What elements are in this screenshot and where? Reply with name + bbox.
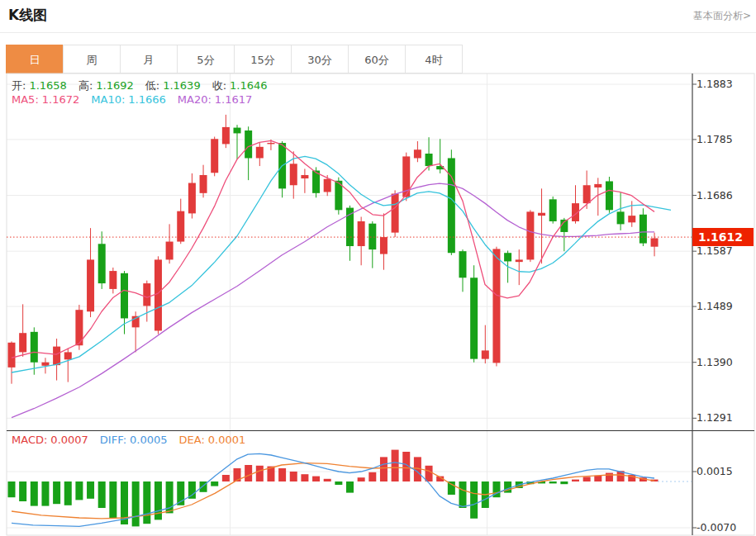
axis-tick-label: 1.1390 bbox=[697, 356, 733, 368]
macd-bar bbox=[459, 481, 467, 508]
candle-body bbox=[448, 158, 455, 253]
candle-body bbox=[64, 352, 72, 359]
macd-bar bbox=[549, 481, 557, 483]
candle-body bbox=[651, 238, 659, 246]
macd-bar bbox=[426, 466, 433, 481]
macd-bar bbox=[290, 472, 297, 481]
legend-label: MA20: bbox=[178, 93, 212, 106]
macd-bar bbox=[368, 472, 376, 481]
candle-body bbox=[358, 221, 365, 246]
candle-body bbox=[594, 184, 601, 187]
candle-body bbox=[392, 194, 399, 233]
candle-body bbox=[245, 130, 252, 158]
axis-tick-label: 1.1686 bbox=[697, 189, 733, 202]
legend-label: 开: bbox=[12, 79, 26, 92]
macd-bar bbox=[211, 481, 218, 486]
candle-body bbox=[640, 215, 647, 244]
macd-bar bbox=[132, 481, 140, 526]
candle-body bbox=[98, 244, 106, 283]
candle-body bbox=[492, 249, 500, 363]
macd-bar bbox=[301, 474, 308, 481]
legend-value: 1.1617 bbox=[215, 93, 253, 106]
candle-body bbox=[538, 213, 545, 216]
macd-bar bbox=[19, 481, 26, 501]
legend-value: 1.1646 bbox=[230, 79, 268, 92]
axis-tick-label: 1.1489 bbox=[697, 300, 733, 312]
candle-body bbox=[290, 164, 297, 185]
macd-bar bbox=[346, 481, 354, 493]
macd-bar bbox=[606, 473, 613, 481]
axis-tick-label: 1.1785 bbox=[697, 133, 733, 145]
candle-body bbox=[155, 259, 162, 330]
candle-body bbox=[19, 333, 26, 352]
candle-body bbox=[368, 224, 376, 249]
macd-bar bbox=[470, 481, 478, 519]
ohlc-legend: 开:1.1658高:1.1692低:1.1639收:1.1646 bbox=[12, 78, 279, 93]
candle-body bbox=[526, 211, 534, 259]
macd-bar bbox=[335, 481, 342, 485]
macd-bar bbox=[31, 481, 38, 506]
candle-body bbox=[109, 271, 116, 289]
kline-page: K线图 基本面分析> 日周月5分15分30分60分4时 开:1.1658高:1.… bbox=[0, 0, 756, 536]
legend-value: 0.0005 bbox=[130, 434, 168, 446]
legend-value: 0.0001 bbox=[208, 434, 246, 446]
candle-body bbox=[583, 185, 591, 203]
legend-label: MA5: bbox=[12, 93, 39, 106]
candle-body bbox=[549, 199, 557, 221]
macd-bar bbox=[75, 481, 83, 500]
candle-body bbox=[301, 175, 308, 178]
candle-body bbox=[380, 237, 388, 254]
macd-bar bbox=[448, 481, 455, 495]
legend-value: 1.1639 bbox=[163, 79, 201, 92]
candle-body bbox=[121, 273, 128, 319]
candle-body bbox=[211, 139, 218, 173]
axis-tick-label: 0.0015 bbox=[697, 465, 733, 477]
current-price-badge: 1.1612 bbox=[692, 228, 754, 246]
candle-body bbox=[87, 259, 94, 311]
legend-label: MACD: bbox=[12, 434, 47, 446]
macd-bar bbox=[324, 479, 331, 481]
macd-bar bbox=[87, 481, 94, 499]
macd-bar bbox=[41, 481, 49, 506]
candle-body bbox=[617, 211, 625, 224]
macd-bar bbox=[109, 481, 116, 518]
candle-body bbox=[31, 332, 38, 363]
candle-body bbox=[177, 211, 184, 242]
macd-bar bbox=[392, 450, 399, 481]
ma20-line bbox=[12, 183, 654, 417]
candle-body bbox=[222, 127, 230, 144]
macd-bar bbox=[560, 481, 568, 484]
macd-bar bbox=[358, 477, 365, 481]
candle-body bbox=[470, 277, 478, 358]
macd-bar bbox=[256, 466, 264, 481]
macd-bar bbox=[64, 481, 72, 505]
legend-label: 高: bbox=[78, 79, 93, 92]
candle-body bbox=[41, 363, 49, 366]
candle-body bbox=[166, 242, 174, 260]
candle-body bbox=[516, 259, 523, 262]
macd-bar bbox=[583, 477, 591, 481]
axis-tick-label: 1.1291 bbox=[697, 411, 733, 424]
legend-label: DIFF: bbox=[100, 434, 126, 446]
macd-bar bbox=[278, 468, 286, 481]
candle-body bbox=[53, 347, 60, 366]
axis-tick-label: -0.0070 bbox=[697, 521, 736, 534]
candle-body bbox=[459, 251, 467, 277]
candle-body bbox=[606, 181, 613, 210]
legend-value: 1.1692 bbox=[96, 79, 134, 92]
candle-body bbox=[143, 283, 150, 306]
legend-value: 1.1672 bbox=[42, 93, 80, 106]
macd-bar bbox=[143, 481, 150, 524]
candle-body bbox=[426, 154, 433, 166]
ma5-line bbox=[12, 140, 654, 358]
legend-label: DEA: bbox=[179, 434, 205, 446]
axis-tick-label: 1.1883 bbox=[697, 78, 733, 90]
candle-body bbox=[482, 350, 489, 358]
candle-body bbox=[234, 128, 241, 134]
macd-bar bbox=[594, 476, 601, 481]
candle-body bbox=[188, 183, 196, 214]
macd-bar bbox=[312, 477, 320, 481]
candle-body bbox=[628, 216, 635, 222]
legend-label: 收: bbox=[212, 79, 226, 92]
legend-label: MA10: bbox=[91, 93, 125, 106]
